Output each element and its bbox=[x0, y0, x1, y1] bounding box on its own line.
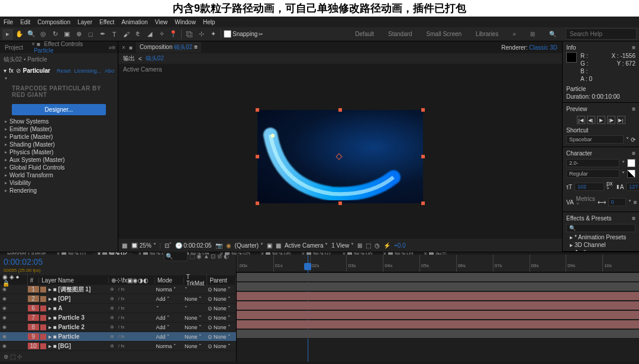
roi-icon[interactable]: ▣ bbox=[267, 242, 272, 249]
workspace-default[interactable]: Default bbox=[350, 28, 379, 40]
resolution-dropdown[interactable]: (Quarter) ˅ bbox=[235, 242, 263, 249]
ruler-tick[interactable]: 07s bbox=[493, 255, 530, 272]
menu-window[interactable]: Window bbox=[175, 19, 196, 25]
clone-tool[interactable]: ⅊ bbox=[133, 29, 143, 40]
search-help-input[interactable] bbox=[566, 28, 637, 40]
mask-icon[interactable]: ⬚ bbox=[366, 242, 371, 249]
group-physics[interactable]: Physics (Master) bbox=[9, 149, 53, 155]
workspace-standard[interactable]: Standard bbox=[383, 28, 417, 40]
menu-file[interactable]: File bbox=[4, 19, 13, 25]
menu-help[interactable]: Help bbox=[203, 19, 215, 25]
preset-audio[interactable]: Audio bbox=[575, 249, 590, 252]
menu-effect[interactable]: Effect bbox=[99, 19, 114, 25]
layer-bar[interactable] bbox=[237, 282, 639, 291]
preset-3d[interactable]: 3D Channel bbox=[575, 242, 606, 248]
brush-tool[interactable]: 🖌 bbox=[121, 29, 131, 40]
fx-mask-icon[interactable]: ⊘ bbox=[16, 67, 21, 74]
layer-row[interactable]: ◉1▸ ■ [调整图层 1]⊕ / fx Norma ˅ ˅⊙ None ˅ bbox=[0, 285, 236, 294]
lock-icon[interactable]: × bbox=[122, 44, 125, 51]
project-tab[interactable]: Project bbox=[2, 43, 25, 52]
tracking-input[interactable] bbox=[608, 198, 626, 206]
fx-enable-checkbox[interactable]: fx bbox=[9, 67, 14, 74]
group-show-systems[interactable]: Show Systems bbox=[9, 118, 49, 125]
menu-layer[interactable]: Layer bbox=[78, 19, 92, 25]
leading-input[interactable] bbox=[626, 183, 639, 191]
licensing-link[interactable]: Licensing... bbox=[74, 68, 101, 74]
layer-bar[interactable] bbox=[237, 311, 639, 319]
layer-search-input[interactable] bbox=[164, 251, 188, 261]
ruler-tick[interactable]: 03s bbox=[346, 255, 383, 272]
menu-animation[interactable]: Animation bbox=[121, 19, 147, 25]
transparency-icon[interactable]: ▦ bbox=[276, 242, 281, 249]
shortcut-dropdown[interactable]: Spacebar bbox=[566, 135, 624, 144]
stroke-color[interactable] bbox=[627, 170, 635, 178]
eraser-tool[interactable]: ◢ bbox=[144, 29, 155, 40]
view-dropdown[interactable]: 1 View ˅ bbox=[331, 242, 354, 249]
preset-animation[interactable]: * Animation Presets bbox=[575, 234, 626, 240]
menu-composition[interactable]: Composition bbox=[37, 19, 70, 25]
pen-tool[interactable]: ✒ bbox=[97, 29, 108, 40]
ruler-tick[interactable]: 05s bbox=[419, 255, 456, 272]
ruler-tick[interactable]: 08s bbox=[530, 255, 566, 272]
handle-tl[interactable] bbox=[256, 108, 259, 112]
visibility-icon[interactable]: ◉ bbox=[2, 296, 8, 302]
ext-icon[interactable]: ⊞ bbox=[525, 28, 540, 40]
selection-tool[interactable]: ▸ bbox=[2, 29, 13, 40]
handle-ml[interactable] bbox=[256, 155, 259, 158]
visibility-icon[interactable]: ◉ bbox=[2, 287, 8, 292]
first-frame-button[interactable]: |◀ bbox=[577, 116, 585, 124]
layer-bar[interactable] bbox=[237, 320, 639, 329]
zoom-tool[interactable]: 🔍 bbox=[26, 29, 37, 40]
camera-tool[interactable]: ▣ bbox=[62, 29, 72, 40]
snapping-checkbox[interactable] bbox=[224, 30, 231, 38]
font-size-input[interactable] bbox=[575, 183, 604, 191]
guide-icon[interactable]: ⊞ bbox=[357, 242, 362, 249]
group-world[interactable]: World Transform bbox=[9, 172, 53, 178]
fx-search-input[interactable] bbox=[566, 224, 635, 232]
collapse-arrow[interactable]: ▾ bbox=[5, 76, 7, 81]
ruler-tick[interactable]: 10s bbox=[602, 255, 639, 272]
prev-frame-button[interactable]: ◀| bbox=[587, 116, 595, 124]
group-particle[interactable]: Particle (Master) bbox=[9, 134, 53, 140]
font-dropdown[interactable]: 2.0- bbox=[566, 159, 619, 167]
layer-bar[interactable] bbox=[237, 301, 639, 310]
handle-bm[interactable] bbox=[338, 202, 342, 205]
text-tool[interactable]: T bbox=[109, 29, 120, 40]
timecode-icon[interactable]: ◷ bbox=[375, 242, 380, 249]
play-button[interactable]: ▶ bbox=[597, 116, 605, 124]
menu-edit[interactable]: Edit bbox=[20, 19, 30, 25]
group-rendering[interactable]: Rendering bbox=[9, 187, 37, 194]
hand-tool[interactable]: ✋ bbox=[14, 29, 25, 40]
info-menu-icon[interactable]: ≡ bbox=[632, 44, 635, 51]
ruler-tick[interactable]: 06s bbox=[456, 255, 493, 272]
workspace-small[interactable]: Small Screen bbox=[422, 28, 466, 40]
handle-tm[interactable] bbox=[338, 108, 342, 112]
group-shading[interactable]: Shading (Master) bbox=[9, 141, 55, 148]
tl-toggle-icon[interactable]: ⊕ ⬚ ⊹ bbox=[4, 353, 22, 360]
fx-presets-menu-icon[interactable]: ≡ bbox=[632, 215, 635, 222]
timecode[interactable]: 0:00:02:05 bbox=[4, 257, 43, 266]
local-axis-icon[interactable]: ⊹ bbox=[196, 29, 206, 40]
crumb-output[interactable]: 输出 bbox=[123, 54, 135, 63]
layer-row[interactable]: ◉10▸ ■ [BG]⊕ / fx Norma ˅None ˅⊙ None ˅ bbox=[0, 342, 236, 351]
preview-menu-icon[interactable]: ≡ bbox=[632, 106, 635, 112]
handle-mr[interactable] bbox=[421, 155, 425, 158]
exposure-value[interactable]: +0.0 bbox=[394, 242, 406, 249]
camera-dropdown[interactable]: Active Camera ˅ bbox=[285, 242, 328, 249]
snapshot-icon[interactable]: 📷 bbox=[215, 242, 222, 249]
group-emitter[interactable]: Emitter (Master) bbox=[9, 126, 52, 132]
panel-menu-icon[interactable]: »≡ bbox=[106, 43, 118, 52]
handle-bl[interactable] bbox=[256, 202, 259, 205]
time-display[interactable]: 🕐 0:00:02:05 bbox=[175, 242, 212, 249]
ruler-tick[interactable]: 02s bbox=[310, 255, 347, 272]
3d-icon[interactable]: ⚡ bbox=[383, 242, 390, 249]
visibility-icon[interactable]: ◉ bbox=[2, 324, 8, 330]
menu-view[interactable]: View bbox=[155, 19, 168, 25]
reset-link[interactable]: Reset bbox=[57, 68, 71, 74]
layer-row[interactable]: ◉6▸ ■ A⊕ / fx ˅ ˅⊙ None ˅ bbox=[0, 304, 236, 313]
fx-toggle-arrow[interactable]: ▾ bbox=[4, 67, 7, 74]
style-dropdown[interactable]: Regular bbox=[566, 170, 619, 178]
layer-bar[interactable] bbox=[237, 330, 639, 338]
last-frame-button[interactable]: ▶| bbox=[617, 116, 625, 124]
ruler-tick[interactable]: :00s bbox=[237, 255, 273, 272]
